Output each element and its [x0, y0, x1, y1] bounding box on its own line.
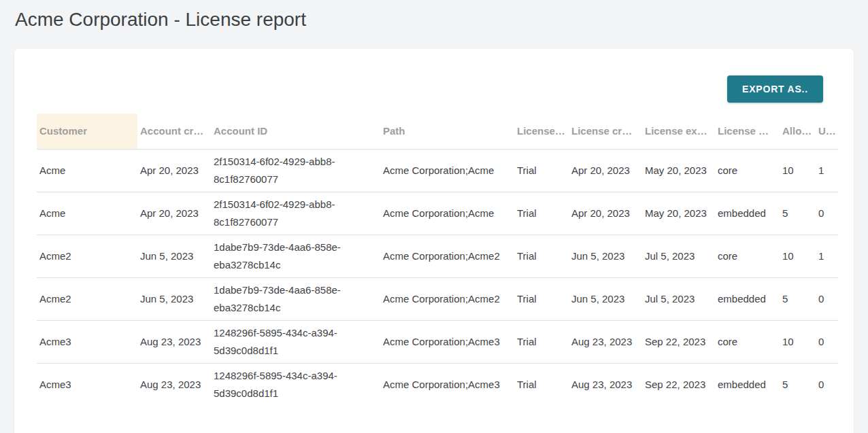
column-header-allowed[interactable]: Allo… [780, 114, 816, 149]
cell-account_created: Jun 5, 2023 [137, 235, 211, 277]
cell-path: Acme Corporation;Acme [380, 149, 514, 192]
cell-license_model: embedded [715, 277, 780, 320]
cell-allowed: 5 [780, 192, 816, 235]
column-header-account_id[interactable]: Account ID [211, 114, 380, 149]
cell-license_type: Trial [514, 363, 569, 406]
column-header-account_created[interactable]: Account cr… [137, 114, 211, 149]
table-row: Acme3Aug 23, 20231248296f-5895-434c-a394… [37, 363, 838, 406]
cell-account_created: Aug 23, 2023 [137, 320, 211, 363]
column-header-customer[interactable]: Customer [37, 114, 137, 149]
column-header-license_created[interactable]: License cr… [569, 114, 642, 149]
cell-license_created: Jun 5, 2023 [569, 277, 642, 320]
cell-license_model: core [715, 235, 780, 277]
cell-license_model: core [715, 320, 780, 363]
table-row: AcmeApr 20, 20232f150314-6f02-4929-abb8-… [37, 192, 838, 235]
table-row: AcmeApr 20, 20232f150314-6f02-4929-abb8-… [37, 149, 838, 192]
table-row: Acme2Jun 5, 20231dabe7b9-73de-4aa6-858e-… [37, 277, 838, 320]
table-body: AcmeApr 20, 20232f150314-6f02-4929-abb8-… [37, 149, 838, 406]
cell-license_type: Trial [514, 149, 569, 192]
cell-account_id: 2f150314-6f02-4929-abb8-8c1f82760077 [211, 192, 380, 235]
export-as-button[interactable]: EXPORT AS.. [727, 75, 823, 103]
table-header-row: CustomerAccount cr…Account IDPathLicense… [37, 114, 838, 149]
cell-allowed: 10 [780, 149, 816, 192]
cell-license_expires: Jul 5, 2023 [642, 277, 715, 320]
table-header: CustomerAccount cr…Account IDPathLicense… [37, 114, 838, 149]
cell-license_expires: Sep 22, 2023 [642, 363, 715, 406]
cell-license_type: Trial [514, 320, 569, 363]
cell-used: 1 [816, 149, 838, 192]
cell-account_id: 1248296f-5895-434c-a394-5d39c0d8d1f1 [211, 363, 380, 406]
cell-used: 1 [816, 235, 838, 277]
cell-license_created: Aug 23, 2023 [569, 363, 642, 406]
cell-account_created: Apr 20, 2023 [137, 149, 211, 192]
cell-used: 0 [816, 320, 838, 363]
cell-allowed: 10 [780, 320, 816, 363]
cell-customer: Acme2 [37, 277, 137, 320]
cell-license_model: core [715, 149, 780, 192]
cell-customer: Acme [37, 149, 137, 192]
cell-license_type: Trial [514, 277, 569, 320]
cell-path: Acme Corporation;Acme2 [380, 277, 514, 320]
cell-license_created: Apr 20, 2023 [569, 192, 642, 235]
cell-license_type: Trial [514, 235, 569, 277]
page-header: Acme Corporation - License report [0, 0, 868, 49]
cell-customer: Acme [37, 192, 137, 235]
cell-account_id: 1dabe7b9-73de-4aa6-858e-eba3278cb14c [211, 235, 380, 277]
cell-license_model: embedded [715, 363, 780, 406]
cell-license_created: Apr 20, 2023 [569, 149, 642, 192]
cell-license_created: Aug 23, 2023 [569, 320, 642, 363]
cell-license_type: Trial [514, 192, 569, 235]
cell-allowed: 5 [780, 277, 816, 320]
table-row: Acme3Aug 23, 20231248296f-5895-434c-a394… [37, 320, 838, 363]
license-report-table: CustomerAccount cr…Account IDPathLicense… [37, 114, 838, 406]
cell-path: Acme Corporation;Acme2 [380, 235, 514, 277]
cell-license_expires: May 20, 2023 [642, 149, 715, 192]
table-row: Acme2Jun 5, 20231dabe7b9-73de-4aa6-858e-… [37, 235, 838, 277]
cell-license_expires: Jul 5, 2023 [642, 235, 715, 277]
cell-customer: Acme3 [37, 363, 137, 406]
cell-license_created: Jun 5, 2023 [569, 235, 642, 277]
column-header-path[interactable]: Path [380, 114, 514, 149]
cell-path: Acme Corporation;Acme3 [380, 363, 514, 406]
cell-used: 0 [816, 277, 838, 320]
cell-path: Acme Corporation;Acme3 [380, 320, 514, 363]
cell-allowed: 5 [780, 363, 816, 406]
column-header-license_type[interactable]: License… [514, 114, 569, 149]
cell-allowed: 10 [780, 235, 816, 277]
column-header-license_expires[interactable]: License ex… [642, 114, 715, 149]
cell-used: 0 [816, 363, 838, 406]
column-header-license_model[interactable]: License … [715, 114, 780, 149]
cell-license_model: embedded [715, 192, 780, 235]
column-header-used[interactable]: U… [816, 114, 838, 149]
cell-license_expires: Sep 22, 2023 [642, 320, 715, 363]
cell-account_created: Aug 23, 2023 [137, 363, 211, 406]
cell-account_id: 1dabe7b9-73de-4aa6-858e-eba3278cb14c [211, 277, 380, 320]
cell-used: 0 [816, 192, 838, 235]
cell-customer: Acme2 [37, 235, 137, 277]
cell-path: Acme Corporation;Acme [380, 192, 514, 235]
cell-account_created: Apr 20, 2023 [137, 192, 211, 235]
page-title: Acme Corporation - License report [15, 7, 868, 33]
cell-account_id: 2f150314-6f02-4929-abb8-8c1f82760077 [211, 149, 380, 192]
toolbar: EXPORT AS.. [14, 49, 854, 114]
cell-account_id: 1248296f-5895-434c-a394-5d39c0d8d1f1 [211, 320, 380, 363]
cell-account_created: Jun 5, 2023 [137, 277, 211, 320]
report-card: EXPORT AS.. CustomerAccount cr…Account I… [14, 49, 854, 433]
cell-customer: Acme3 [37, 320, 137, 363]
cell-license_expires: May 20, 2023 [642, 192, 715, 235]
